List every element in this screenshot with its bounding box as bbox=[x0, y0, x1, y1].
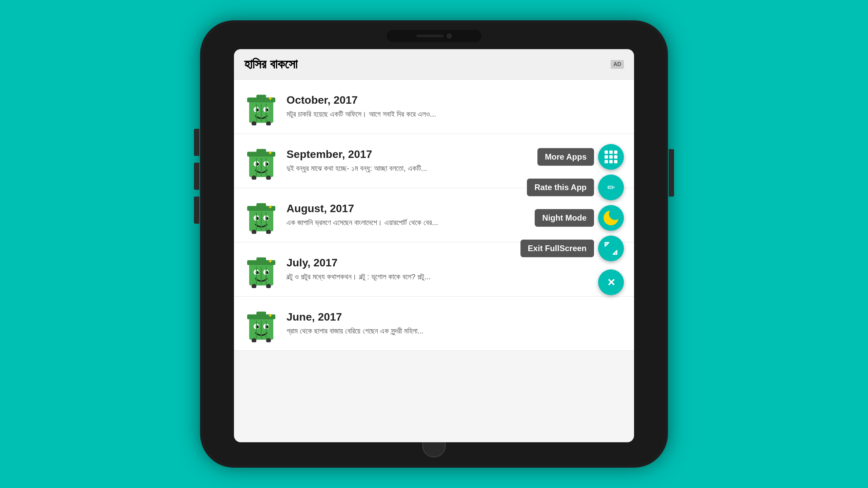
grid-icon bbox=[605, 150, 617, 163]
item-preview: মটুর চাকরি হয়েছে একটি অফিসে। আগে সবাই দ… bbox=[287, 109, 624, 120]
svg-rect-2 bbox=[256, 95, 266, 99]
item-title: June, 2017 bbox=[287, 311, 624, 323]
ad-badge: AD bbox=[611, 60, 624, 69]
more-apps-fab[interactable] bbox=[598, 144, 624, 170]
close-icon: ✕ bbox=[607, 277, 615, 288]
item-title: October, 2017 bbox=[287, 94, 624, 106]
night-mode-button[interactable]: Night Mode bbox=[535, 209, 594, 227]
rate-app-button[interactable]: Rate this App bbox=[527, 179, 594, 196]
svg-text:✦: ✦ bbox=[268, 258, 272, 265]
item-content: October, 2017 মটুর চাকরি হয়েছে একটি অফি… bbox=[287, 94, 624, 120]
item-icon: ✦ bbox=[244, 141, 278, 180]
list-item[interactable]: ✦ June, 2017 গ্রাম থেকে ছাপার বাজায় বের… bbox=[234, 297, 634, 351]
rate-app-row: Rate this App ✏ bbox=[527, 175, 624, 200]
fullscreen-icon bbox=[605, 242, 617, 255]
svg-rect-28 bbox=[256, 203, 266, 207]
phone-top-bar bbox=[387, 30, 481, 42]
speaker-grill bbox=[416, 35, 443, 37]
night-mode-row: Night Mode bbox=[535, 205, 624, 231]
svg-text:✦: ✦ bbox=[268, 312, 272, 319]
rate-app-fab[interactable]: ✏ bbox=[598, 175, 624, 200]
item-icon: ✦ bbox=[244, 304, 278, 343]
close-fab[interactable]: ✕ bbox=[598, 269, 624, 295]
phone-frame: হাসির বাকসো AD bbox=[200, 20, 668, 468]
svg-text:✦: ✦ bbox=[268, 96, 272, 102]
fab-container: More Apps Rate this App ✏ Night M bbox=[520, 144, 624, 295]
camera bbox=[447, 34, 452, 38]
exit-fullscreen-fab[interactable] bbox=[598, 236, 624, 261]
svg-rect-41 bbox=[256, 257, 266, 261]
svg-text:✦: ✦ bbox=[268, 150, 272, 156]
exit-fullscreen-row: Exit FullScreen bbox=[520, 236, 624, 261]
edit-icon: ✏ bbox=[607, 182, 615, 193]
more-apps-button[interactable]: More Apps bbox=[537, 148, 594, 166]
svg-text:✦: ✦ bbox=[268, 204, 272, 210]
screen: হাসির বাকসো AD bbox=[234, 49, 634, 442]
more-apps-row: More Apps bbox=[537, 144, 624, 170]
exit-fullscreen-button[interactable]: Exit FullScreen bbox=[520, 240, 594, 257]
item-content: June, 2017 গ্রাম থেকে ছাপার বাজায় বেরিয… bbox=[287, 311, 624, 337]
svg-rect-15 bbox=[256, 149, 266, 153]
item-icon: ✦ bbox=[244, 250, 278, 289]
list-item[interactable]: ✦ October, 2017 মটুর চাকরি হয়েছে একটি অ… bbox=[234, 80, 634, 134]
moon-icon bbox=[604, 210, 618, 225]
app-bar: হাসির বাকসো AD bbox=[234, 49, 634, 80]
item-preview: গ্রাম থেকে ছাপার বাজায় বেরিয়ে গেছেন এক… bbox=[287, 326, 624, 337]
night-mode-fab[interactable] bbox=[598, 205, 624, 231]
app-title: হাসির বাকসো bbox=[244, 57, 297, 72]
item-icon: ✦ bbox=[244, 196, 278, 235]
item-icon: ✦ bbox=[244, 87, 278, 126]
svg-rect-54 bbox=[256, 311, 266, 316]
